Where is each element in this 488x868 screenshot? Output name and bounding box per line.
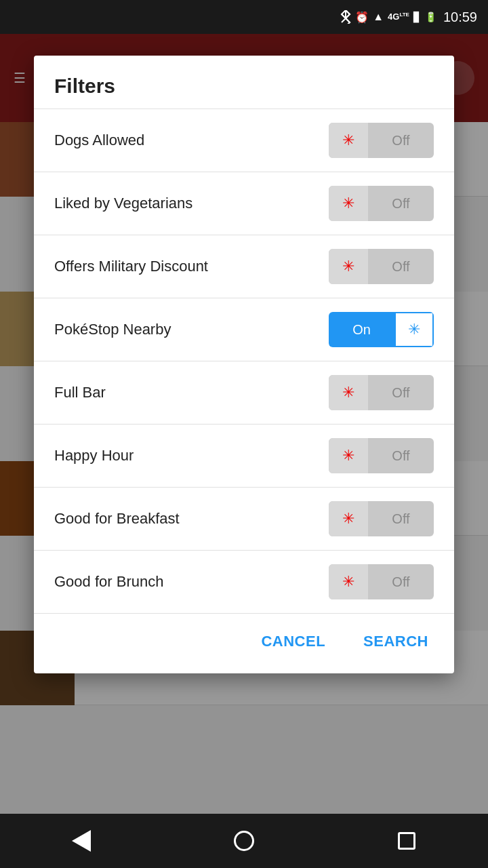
filter-label-good-for-brunch: Good for Brunch — [54, 573, 163, 591]
toggle-text-liked-by-vegetarians: Off — [368, 196, 434, 212]
search-button[interactable]: SEARCH — [358, 630, 434, 653]
toggle-text-pokestop-nearby: On — [329, 322, 394, 338]
status-icons: ⏰ ▲ 4GLTE ▊ 🔋 — [340, 10, 436, 24]
back-icon — [72, 830, 91, 852]
toggle-happy-hour[interactable]: ✳ Off — [329, 438, 434, 473]
toggle-offers-military-discount[interactable]: ✳ Off — [329, 249, 434, 284]
home-icon — [234, 831, 254, 851]
filter-row-happy-hour: Happy Hour ✳ Off — [34, 425, 454, 488]
toggle-icon-good-for-breakfast: ✳ — [329, 501, 368, 536]
status-bar: ⏰ ▲ 4GLTE ▊ 🔋 10:59 — [0, 0, 488, 34]
filter-label-liked-by-vegetarians: Liked by Vegetarians — [54, 195, 192, 212]
alarm-icon: ⏰ — [355, 11, 369, 24]
bluetooth-icon — [340, 10, 351, 24]
filter-label-pokestop-nearby: PokéStop Nearby — [54, 321, 171, 338]
filter-label-full-bar: Full Bar — [54, 384, 106, 401]
yelp-icon-pokestop-nearby: ✳ — [408, 321, 420, 338]
yelp-icon-happy-hour: ✳ — [342, 447, 354, 465]
signal-icon: ▊ — [413, 12, 421, 22]
yelp-icon-dogs-allowed: ✳ — [342, 132, 354, 149]
filters-modal: Filters Dogs Allowed ✳ Off Liked by Vege… — [34, 56, 454, 673]
toggle-icon-good-for-brunch: ✳ — [329, 564, 368, 599]
wifi-icon: ▲ — [373, 11, 384, 23]
toggle-text-full-bar: Off — [368, 385, 434, 401]
yelp-icon-full-bar: ✳ — [342, 384, 354, 401]
toggle-good-for-breakfast[interactable]: ✳ Off — [329, 501, 434, 536]
toggle-dogs-allowed[interactable]: ✳ Off — [329, 123, 434, 158]
toggle-icon-full-bar: ✳ — [329, 375, 368, 410]
filter-label-offers-military-discount: Offers Military Discount — [54, 258, 208, 275]
filter-row-dogs-allowed: Dogs Allowed ✳ Off — [34, 109, 454, 172]
toggle-good-for-brunch[interactable]: ✳ Off — [329, 564, 434, 599]
battery-icon: 🔋 — [425, 12, 436, 22]
yelp-icon-good-for-breakfast: ✳ — [342, 510, 354, 528]
back-button[interactable] — [58, 817, 105, 865]
toggle-text-good-for-brunch: Off — [368, 574, 434, 590]
toggle-icon-happy-hour: ✳ — [329, 438, 368, 473]
cancel-button[interactable]: CANCEL — [256, 630, 331, 653]
yelp-icon-liked-by-vegetarians: ✳ — [342, 195, 354, 212]
toggle-icon-offers-military-discount: ✳ — [329, 249, 368, 284]
4g-icon: 4GLTE — [388, 12, 409, 22]
nav-bar — [0, 814, 488, 868]
recents-icon — [398, 832, 415, 850]
filter-row-good-for-brunch: Good for Brunch ✳ Off — [34, 551, 454, 614]
toggle-icon-pokestop-nearby: ✳ — [394, 312, 434, 347]
toggle-icon-dogs-allowed: ✳ — [329, 123, 368, 158]
toggle-liked-by-vegetarians[interactable]: ✳ Off — [329, 186, 434, 221]
toggle-text-good-for-breakfast: Off — [368, 511, 434, 527]
toggle-pokestop-nearby[interactable]: On ✳ — [329, 312, 434, 347]
yelp-icon-good-for-brunch: ✳ — [342, 573, 354, 591]
toggle-icon-liked-by-vegetarians: ✳ — [329, 186, 368, 221]
modal-title: Filters — [34, 56, 454, 108]
time-display: 10:59 — [443, 9, 477, 25]
filter-row-liked-by-vegetarians: Liked by Vegetarians ✳ Off — [34, 172, 454, 235]
toggle-full-bar[interactable]: ✳ Off — [329, 375, 434, 410]
filter-label-dogs-allowed: Dogs Allowed — [54, 132, 144, 149]
home-button[interactable] — [220, 817, 268, 865]
filter-row-offers-military-discount: Offers Military Discount ✳ Off — [34, 235, 454, 298]
filter-row-pokestop-nearby: PokéStop Nearby On ✳ — [34, 298, 454, 361]
recents-button[interactable] — [383, 817, 430, 865]
toggle-text-dogs-allowed: Off — [368, 133, 434, 149]
filter-row-full-bar: Full Bar ✳ Off — [34, 361, 454, 425]
filter-label-good-for-breakfast: Good for Breakfast — [54, 510, 180, 528]
dialog-buttons: CANCEL SEARCH — [34, 614, 454, 660]
filter-label-happy-hour: Happy Hour — [54, 447, 134, 465]
toggle-text-offers-military-discount: Off — [368, 259, 434, 275]
toggle-text-happy-hour: Off — [368, 448, 434, 464]
filter-row-good-for-breakfast: Good for Breakfast ✳ Off — [34, 488, 454, 551]
yelp-icon-offers-military-discount: ✳ — [342, 258, 354, 275]
